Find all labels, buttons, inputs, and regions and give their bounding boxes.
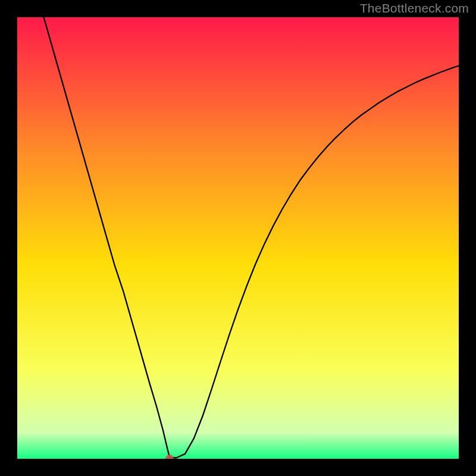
gradient-background bbox=[17, 17, 459, 459]
bottleneck-plot bbox=[17, 17, 459, 459]
chart-container: TheBottleneck.com bbox=[0, 0, 476, 476]
watermark-text: TheBottleneck.com bbox=[360, 1, 469, 15]
